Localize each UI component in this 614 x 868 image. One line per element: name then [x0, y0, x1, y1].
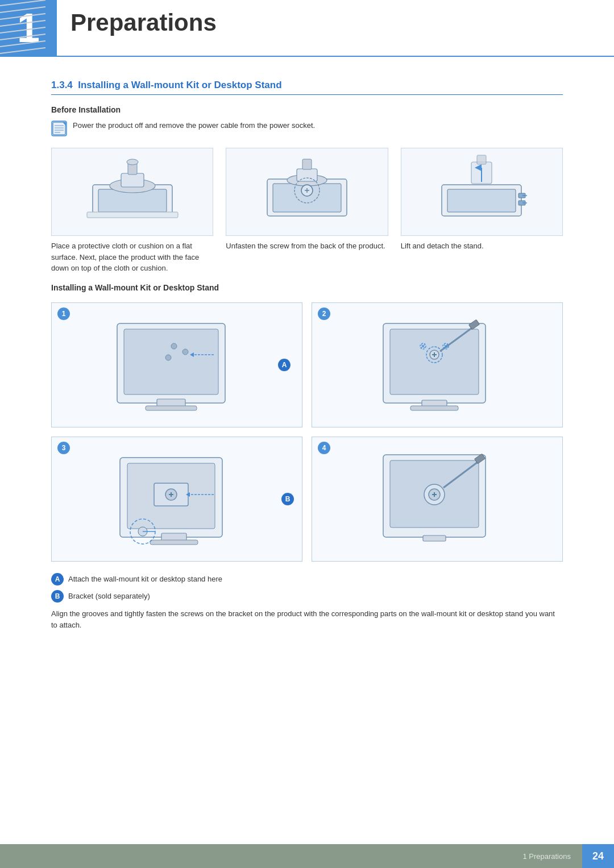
chapter-title: Preparations — [70, 9, 217, 36]
step-number-1: 1 — [57, 308, 70, 320]
svg-rect-36 — [447, 189, 516, 212]
step-image-3 — [401, 148, 563, 236]
step-3-caption: Lift and detach the stand. — [401, 240, 563, 252]
step-image-col-3: Lift and detach the stand. — [401, 148, 563, 274]
main-content: 1.3.4 Installing a Wall-mount Kit or Des… — [0, 63, 614, 666]
svg-rect-25 — [87, 212, 178, 218]
svg-line-6 — [0, 41, 45, 47]
annotation-b-row: B Bracket (sold separately) — [51, 590, 563, 603]
step-number-3: 3 — [57, 442, 70, 454]
note-text: Power the product off and remove the pow… — [73, 120, 315, 131]
note-icon: 📝 — [51, 121, 67, 136]
three-step-images: Place a protective cloth or cushion on a… — [51, 148, 563, 274]
grid-step-2: 2 — [312, 302, 563, 427]
step-image-col-1: Place a protective cloth or cushion on a… — [51, 148, 213, 274]
svg-point-50 — [171, 343, 177, 349]
step-image-2 — [226, 148, 388, 236]
svg-rect-84 — [423, 535, 446, 541]
before-installation-heading: Before Installation — [51, 105, 563, 114]
chapter-title-block: Preparations — [57, 0, 230, 56]
grid-step-1: 1 A — [51, 302, 302, 427]
svg-rect-22 — [121, 173, 144, 187]
step-number-4: 4 — [318, 442, 330, 454]
installation-steps-grid: 1 A 2 — [51, 302, 563, 562]
annotation-b-text: Bracket (sold separately) — [68, 592, 150, 600]
annotation-a-row: A Attach the wall-mount kit or desktop s… — [51, 573, 563, 585]
page-header: 1 Preparations — [0, 0, 614, 57]
body-text: Align the grooves and tightly fasten the… — [51, 608, 563, 632]
svg-line-1 — [0, 7, 45, 13]
label-a-circle: A — [51, 573, 64, 585]
svg-rect-47 — [146, 406, 197, 410]
svg-rect-13 — [53, 122, 65, 135]
svg-point-49 — [182, 349, 188, 355]
grid-label-a: A — [278, 359, 291, 371]
grid-step-3: 3 — [51, 437, 302, 562]
svg-line-5 — [0, 34, 45, 40]
svg-line-7 — [0, 48, 45, 53]
note-row: 📝 Power the product off and remove the p… — [51, 120, 563, 136]
step-number-2: 2 — [318, 308, 330, 320]
svg-line-2 — [0, 14, 45, 19]
svg-rect-30 — [302, 159, 312, 169]
page-footer: 1 Preparations 24 — [0, 844, 614, 868]
grid-label-b: B — [281, 493, 294, 505]
svg-rect-54 — [390, 329, 479, 394]
svg-line-3 — [0, 20, 45, 26]
svg-line-4 — [0, 27, 45, 33]
installing-wall-mount-heading: Installing a Wall-mount Kit or Desktop S… — [51, 283, 563, 292]
step-image-col-2: Unfasten the screw from the back of the … — [226, 148, 388, 274]
diagonal-decoration — [0, 0, 45, 57]
annotation-a-text: Attach the wall-mount kit or desktop sta… — [68, 575, 222, 583]
footer-chapter-text: 1 Preparations — [522, 852, 576, 861]
svg-rect-72 — [150, 540, 198, 545]
step-1-caption: Place a protective cloth or cushion on a… — [51, 240, 213, 274]
step-image-1 — [51, 148, 213, 236]
svg-rect-38 — [477, 155, 486, 164]
svg-point-24 — [127, 159, 138, 165]
svg-rect-45 — [124, 329, 218, 394]
grid-step-4: 4 — [312, 437, 563, 562]
svg-point-48 — [165, 355, 171, 360]
footer-page-number: 24 — [582, 844, 614, 868]
svg-rect-29 — [297, 169, 317, 181]
svg-rect-56 — [410, 406, 458, 410]
section-heading: 1.3.4 Installing a Wall-mount Kit or Des… — [51, 80, 563, 95]
label-b-circle: B — [51, 590, 64, 603]
step-2-caption: Unfasten the screw from the back of the … — [226, 240, 388, 252]
svg-line-0 — [0, 0, 45, 6]
